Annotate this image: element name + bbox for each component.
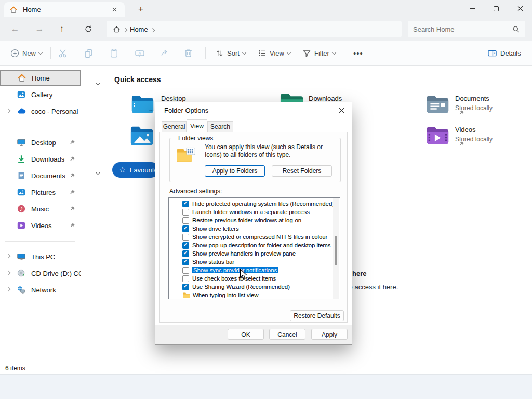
- more-options-button[interactable]: •••: [353, 41, 363, 65]
- advanced-setting-row[interactable]: Show preview handlers in preview pane: [169, 249, 340, 258]
- search-icon[interactable]: [512, 25, 520, 33]
- checkbox[interactable]: [182, 259, 189, 265]
- sidebar-item-home[interactable]: Home: [0, 70, 81, 86]
- advanced-setting-row[interactable]: Use check boxes to select items: [169, 274, 340, 283]
- checkbox[interactable]: [182, 284, 189, 290]
- expand-chevron-icon[interactable]: [4, 111, 12, 112]
- checkbox[interactable]: [182, 209, 189, 216]
- advanced-setting-row[interactable]: Show status bar: [169, 258, 340, 266]
- advanced-setting-row[interactable]: Hide protected operating system files (R…: [169, 200, 340, 208]
- advanced-setting-row[interactable]: Show encrypted or compressed NTFS files …: [169, 233, 340, 241]
- tab-home[interactable]: Home: [4, 2, 125, 17]
- advanced-setting-row[interactable]: Launch folder windows in a separate proc…: [169, 208, 340, 216]
- tab-close-icon[interactable]: [109, 5, 119, 15]
- maximize-button[interactable]: [484, 0, 508, 17]
- setting-label[interactable]: Show status bar: [192, 259, 234, 265]
- share-icon[interactable]: [160, 41, 170, 65]
- sidebar-item-this-pc[interactable]: This PC: [0, 249, 81, 264]
- setting-label[interactable]: Show sync provider notifications: [192, 267, 278, 273]
- documents-folder-icon[interactable]: [426, 94, 449, 115]
- setting-label[interactable]: When typing into list view: [193, 292, 259, 298]
- paste-icon[interactable]: [109, 41, 119, 65]
- checkbox[interactable]: [182, 275, 189, 282]
- videos-folder-icon[interactable]: [426, 125, 449, 147]
- copy-icon[interactable]: [84, 41, 94, 65]
- tab-search[interactable]: Search: [207, 121, 233, 132]
- search-input[interactable]: [413, 25, 512, 33]
- rename-icon[interactable]: A: [135, 41, 145, 65]
- setting-label[interactable]: Show encrypted or compressed NTFS files …: [192, 234, 327, 240]
- setting-label[interactable]: Use Sharing Wizard (Recommended): [192, 284, 290, 290]
- sidebar-item-gallery[interactable]: Gallery: [0, 87, 81, 102]
- sidebar-item-videos[interactable]: Videos: [0, 218, 81, 233]
- new-tab-button[interactable]: +: [134, 3, 148, 16]
- refresh-icon[interactable]: [81, 21, 96, 37]
- favourites-header[interactable]: ☆ Favourites: [112, 162, 159, 178]
- tile-desktop-label[interactable]: Desktop: [161, 95, 186, 102]
- search-box[interactable]: [408, 21, 525, 37]
- cut-icon[interactable]: [58, 41, 68, 65]
- checkbox[interactable]: [182, 217, 189, 224]
- sidebar-item-cd-drive-d-cccc[interactable]: CD Drive (D:) CCCC: [0, 265, 81, 281]
- delete-icon[interactable]: [183, 41, 193, 65]
- sidebar-item-pictures[interactable]: Pictures: [0, 184, 81, 200]
- setting-label[interactable]: Hide protected operating system files (R…: [192, 201, 334, 207]
- sidebar-item-music[interactable]: ♪ Music: [0, 201, 81, 217]
- setting-label[interactable]: Show preview handlers in preview pane: [192, 250, 296, 257]
- desktop-folder-icon[interactable]: [131, 94, 154, 115]
- advanced-setting-row[interactable]: Show pop-up description for folder and d…: [169, 241, 340, 249]
- sidebar-item-coco-personal[interactable]: coco - Personal: [0, 103, 81, 119]
- pictures-folder-icon[interactable]: [130, 124, 154, 148]
- breadcrumb-chevron-icon[interactable]: [150, 28, 154, 32]
- sidebar-item-documents[interactable]: Documents: [0, 168, 81, 183]
- setting-label[interactable]: Launch folder windows in a separate proc…: [192, 209, 310, 215]
- filter-button[interactable]: Filter: [302, 41, 336, 65]
- setting-label[interactable]: Show drive letters: [192, 225, 239, 232]
- breadcrumb[interactable]: Home: [107, 21, 402, 37]
- view-button[interactable]: View: [258, 41, 290, 65]
- ok-button[interactable]: OK: [228, 329, 264, 340]
- advanced-setting-row[interactable]: Restore previous folder windows at log-o…: [169, 216, 340, 224]
- tile-downloads-label[interactable]: Downloads: [309, 95, 342, 102]
- minimize-button[interactable]: [460, 0, 484, 17]
- up-icon[interactable]: ↑: [54, 21, 70, 37]
- sidebar-item-downloads[interactable]: Downloads: [0, 151, 81, 167]
- breadcrumb-home-icon[interactable]: [113, 25, 121, 33]
- reset-folders-button[interactable]: Reset Folders: [272, 165, 332, 177]
- back-icon[interactable]: ←: [7, 21, 23, 37]
- restore-defaults-button[interactable]: Restore Defaults: [290, 310, 344, 321]
- setting-label[interactable]: Show pop-up description for folder and d…: [192, 242, 330, 248]
- advanced-setting-row[interactable]: Show drive letters: [169, 224, 340, 233]
- tab-general[interactable]: General: [162, 121, 187, 132]
- checkbox[interactable]: [182, 234, 189, 241]
- setting-label[interactable]: Use check boxes to select items: [192, 275, 276, 282]
- collapse-chevron-icon[interactable]: [96, 77, 101, 83]
- quick-access-header[interactable]: Quick access: [114, 75, 161, 84]
- apply-to-folders-button[interactable]: Apply to Folders: [205, 165, 265, 177]
- apply-button[interactable]: Apply: [311, 329, 348, 340]
- details-pane-button[interactable]: Details: [487, 41, 521, 65]
- expand-chevron-icon[interactable]: [4, 289, 12, 291]
- tile-documents-label[interactable]: Documents: [455, 95, 489, 102]
- dialog-close-icon[interactable]: [331, 103, 352, 117]
- checkbox[interactable]: [182, 267, 189, 274]
- breadcrumb-item[interactable]: Home: [130, 25, 148, 33]
- sort-button[interactable]: Sort: [215, 41, 246, 65]
- scrollbar[interactable]: [332, 198, 339, 299]
- collapse-chevron-icon[interactable]: [96, 167, 101, 172]
- checkbox[interactable]: [182, 242, 189, 249]
- advanced-setting-row[interactable]: Use Sharing Wizard (Recommended): [169, 283, 340, 291]
- close-button[interactable]: [508, 0, 532, 17]
- new-button[interactable]: New: [10, 41, 42, 65]
- checkbox[interactable]: [182, 225, 189, 232]
- forward-icon[interactable]: →: [32, 21, 47, 37]
- checkbox[interactable]: [182, 201, 189, 207]
- scrollbar-thumb[interactable]: [335, 236, 337, 265]
- expand-chevron-icon[interactable]: [4, 273, 12, 274]
- advanced-settings-list[interactable]: Hide protected operating system files (R…: [168, 197, 340, 299]
- expand-chevron-icon[interactable]: [4, 256, 12, 258]
- tab-view[interactable]: View: [187, 119, 207, 132]
- sidebar-item-network[interactable]: Network: [0, 282, 81, 298]
- setting-label[interactable]: Restore previous folder windows at log-o…: [192, 217, 301, 223]
- tile-videos-label[interactable]: Videos: [455, 126, 476, 134]
